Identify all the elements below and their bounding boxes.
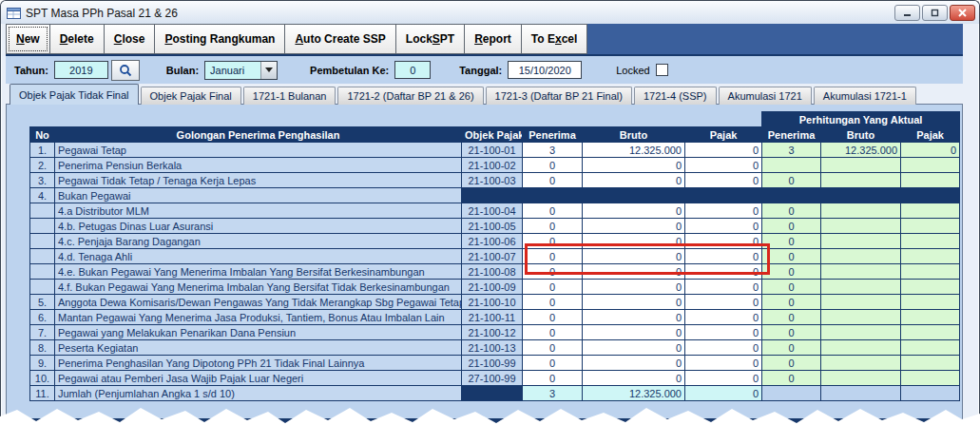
- cell-bruto[interactable]: 0: [583, 203, 685, 219]
- cell-aktual-pajak: [901, 203, 960, 219]
- cell-pajak[interactable]: 0: [685, 158, 762, 173]
- row-label: Jumlah (Penjumlahan Angka 1 s/d 10): [55, 386, 462, 401]
- header-aktual-penerima: Penerima: [762, 127, 821, 143]
- table-body: 1.Pegawai Tetap21-100-01312.325.0000312.…: [30, 143, 960, 401]
- search-tahun-button[interactable]: [111, 60, 140, 81]
- cell-penerima[interactable]: 0: [523, 295, 583, 310]
- row-label: 4.c. Penjaja Barang Dagangan: [55, 234, 462, 249]
- cell-bruto[interactable]: 0: [583, 234, 685, 249]
- data-row: 6.Mantan Pegawai Yang Menerima Jasa Prod…: [30, 310, 960, 325]
- cell-penerima[interactable]: 0: [523, 325, 583, 340]
- cell-bruto[interactable]: 0: [583, 173, 685, 188]
- delete-button[interactable]: Delete: [49, 24, 105, 54]
- cell-penerima[interactable]: 3: [523, 143, 583, 158]
- cell-pajak[interactable]: 0: [685, 295, 762, 310]
- cell-bruto[interactable]: 0: [583, 264, 685, 280]
- cell-pajak[interactable]: 0: [685, 264, 762, 280]
- cell-pajak[interactable]: 0: [685, 249, 762, 264]
- cell-bruto[interactable]: 0: [583, 158, 685, 173]
- tanggal-field[interactable]: 15/10/2020: [508, 61, 582, 79]
- cell-bruto[interactable]: 0: [583, 280, 685, 295]
- cell-pajak[interactable]: 0: [685, 280, 762, 295]
- tahun-field[interactable]: 2019: [54, 61, 108, 79]
- close-button[interactable]: [950, 5, 975, 21]
- cell-pajak[interactable]: 0: [685, 203, 762, 219]
- header-bruto: Bruto: [583, 127, 685, 143]
- close-spt-button[interactable]: Close: [104, 24, 156, 54]
- report-button[interactable]: Report: [464, 24, 522, 54]
- cell-bruto[interactable]: 0: [583, 295, 685, 310]
- pembetulan-field[interactable]: 0: [394, 61, 431, 79]
- tab-1721-3-daftar-bp-final[interactable]: 1721-3 (Daftar BP 21 Final): [486, 87, 632, 105]
- header-row: No Golongan Penerima Penghasilan Objek P…: [30, 127, 960, 143]
- aktual-banner: Perhitungan Yang Aktual: [762, 112, 960, 127]
- cell-pajak[interactable]: 0: [685, 340, 762, 356]
- minimize-icon: [903, 9, 912, 17]
- cell-penerima[interactable]: 0: [523, 310, 583, 325]
- cell-penerima[interactable]: 0: [523, 219, 583, 234]
- cell-pajak[interactable]: 0: [685, 371, 762, 386]
- header-objek-pajak: Objek Pajak: [462, 127, 523, 143]
- toolbar-filler: [587, 24, 963, 54]
- tab-akumulasi-1721[interactable]: Akumulasi 1721: [719, 87, 812, 105]
- cell-aktual-penerima: [762, 158, 821, 173]
- to-excel-button[interactable]: To Excel: [521, 24, 587, 54]
- bulan-dropdown[interactable]: Januari: [204, 61, 278, 80]
- cell-objek-pajak: 21-100-12: [462, 325, 523, 340]
- cell-penerima[interactable]: 0: [523, 371, 583, 386]
- form-icon: [7, 8, 21, 19]
- tab-1721-1-bulanan[interactable]: 1721-1 Bulanan: [243, 87, 336, 105]
- tab-objek-pajak-final[interactable]: Objek Pajak Final: [141, 87, 241, 105]
- cell-penerima[interactable]: 0: [523, 173, 583, 188]
- minimize-button[interactable]: [894, 5, 920, 21]
- cell-pajak[interactable]: 0: [685, 356, 762, 371]
- cell-penerima[interactable]: 0: [523, 264, 583, 280]
- section-fill-cell: [901, 188, 960, 203]
- cell-bruto[interactable]: 0: [583, 371, 685, 386]
- cell-bruto[interactable]: 0: [583, 325, 685, 340]
- row-number: [30, 234, 55, 249]
- cell-penerima[interactable]: 0: [523, 356, 583, 371]
- cell-penerima[interactable]: 0: [523, 203, 583, 219]
- auto-create-ssp-button[interactable]: Auto Create SSP: [284, 24, 395, 54]
- lock-spt-button[interactable]: Lock SPT: [395, 24, 465, 54]
- cell-aktual-bruto: [821, 310, 901, 325]
- cell-aktual-pajak: [901, 249, 960, 264]
- cell-pajak[interactable]: 0: [685, 310, 762, 325]
- tab-akumulasi-1721-1[interactable]: Akumulasi 1721-1: [814, 87, 916, 105]
- cell-bruto[interactable]: 12.325.000: [583, 143, 685, 158]
- section-fill-cell: [821, 188, 901, 203]
- cell-penerima[interactable]: 0: [523, 280, 583, 295]
- cell-aktual-pajak: [901, 234, 960, 249]
- cell-pajak[interactable]: 0: [685, 219, 762, 234]
- cell-objek-pajak: 21-100-11: [462, 310, 523, 325]
- cell-objek-pajak: 21-100-10: [462, 295, 523, 310]
- dropdown-button[interactable]: [260, 62, 277, 79]
- cell-penerima[interactable]: 0: [523, 158, 583, 173]
- header-penerima: Penerima: [523, 127, 583, 143]
- tab-objek-pajak-tidak-final[interactable]: Objek Pajak Tidak Final: [10, 84, 139, 105]
- row-label: Pegawai atau Pemberi Jasa Wajib Pajak Lu…: [55, 371, 462, 386]
- posting-rangkuman-button[interactable]: Posting Rangkuman: [154, 24, 285, 54]
- cell-bruto[interactable]: 0: [583, 310, 685, 325]
- cell-pajak[interactable]: 0: [685, 325, 762, 340]
- cell-objek-pajak: 21-100-03: [462, 173, 523, 188]
- cell-penerima[interactable]: 0: [523, 234, 583, 249]
- cell-bruto[interactable]: 0: [583, 356, 685, 371]
- cell-penerima[interactable]: 0: [523, 340, 583, 356]
- locked-checkbox[interactable]: [656, 64, 668, 76]
- new-button[interactable]: New: [6, 24, 50, 54]
- cell-pajak[interactable]: 0: [685, 143, 762, 158]
- restore-button[interactable]: [922, 5, 948, 21]
- cell-penerima[interactable]: 0: [523, 249, 583, 264]
- row-number: [30, 249, 55, 264]
- tab-1721-4-ssp[interactable]: 1721-4 (SSP): [634, 87, 717, 105]
- cell-bruto[interactable]: 0: [583, 340, 685, 356]
- cell-bruto[interactable]: 0: [583, 219, 685, 234]
- section-fill-cell: [523, 188, 583, 203]
- cell-bruto[interactable]: 0: [583, 249, 685, 264]
- cell-pajak[interactable]: 0: [685, 234, 762, 249]
- cell-pajak[interactable]: 0: [685, 173, 762, 188]
- cell-aktual-pajak: [901, 325, 960, 340]
- tab-1721-2-daftar-bp[interactable]: 1721-2 (Daftar BP 21 & 26): [337, 87, 483, 105]
